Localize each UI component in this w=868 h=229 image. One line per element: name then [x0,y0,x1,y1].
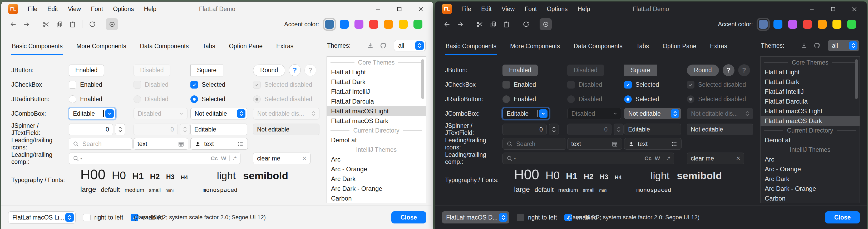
theme-list-item[interactable]: Arc [327,154,426,164]
round-button[interactable]: Round [253,64,285,76]
radio-selected[interactable]: Selected [190,95,225,103]
copy-button[interactable] [487,18,499,30]
checkbox-enabled[interactable]: Enabled [502,81,536,89]
copy-button[interactable] [53,18,65,30]
textfield-editable[interactable]: Editable [624,123,681,135]
accent-swatch[interactable] [340,20,349,29]
tab-tabs[interactable]: Tabs [202,43,216,55]
spinner-field[interactable]: 0 [502,123,547,135]
refresh-button[interactable] [86,18,98,30]
regex-toggle[interactable]: .* [233,155,237,162]
theme-list-item[interactable]: Carbon [761,194,860,203]
theme-list-item[interactable]: Arc Dark [761,174,860,184]
textfield-editable[interactable]: Editable [190,123,247,135]
theme-list-item[interactable]: Arc - Orange [761,164,860,174]
tab-data-components[interactable]: Data Components [573,43,623,55]
enabled-button[interactable]: Enabled [69,64,104,76]
back-button[interactable] [441,18,453,30]
tab-tabs[interactable]: Tabs [636,43,650,55]
radio-enabled[interactable]: Enabled [502,95,536,103]
forward-button[interactable] [20,18,32,30]
laf-combobox[interactable]: FlatLaf macOS D... [442,211,509,224]
themes-filter-combobox[interactable]: all [394,40,426,51]
menu-options[interactable]: Options [547,5,567,13]
whole-word-toggle[interactable]: W [221,155,226,162]
checkbox-disabled[interactable]: Disabled [133,81,168,89]
search-field-with-options[interactable]: ▾ Cc W .* [69,152,241,164]
github-button[interactable] [813,42,821,49]
maximize-button[interactable] [396,6,403,12]
radio-disabled[interactable]: Disabled [133,95,168,103]
close-button[interactable]: Close [825,211,860,224]
whole-word-toggle[interactable]: W [655,155,660,162]
download-button[interactable] [367,42,374,49]
regex-toggle[interactable]: .* [666,155,670,162]
search-field[interactable]: Search [69,138,132,150]
theme-list-item[interactable]: Arc Dark [327,174,426,184]
right-to-left-checkbox[interactable]: right-to-left [83,214,123,221]
help-button[interactable]: ? [723,64,735,76]
checkbox-selected-disabled[interactable]: Selected disabled [253,81,312,89]
tab-option-pane[interactable]: Option Pane [662,43,697,55]
clearable-field[interactable]: clear me × [687,152,744,164]
accent-swatch[interactable] [759,20,768,29]
date-field[interactable]: text [567,138,622,150]
menu-view[interactable]: View [502,5,515,13]
spinner-stepper-disabled[interactable] [180,123,190,135]
spinner-stepper-disabled[interactable] [614,123,624,135]
accent-swatch[interactable] [369,20,378,29]
tab-more-components[interactable]: More Components [509,43,560,55]
combobox-editable[interactable]: Editable [69,108,116,119]
accent-swatch[interactable] [773,20,782,29]
right-to-left-checkbox[interactable]: right-to-left [517,214,557,221]
enabled-button[interactable]: Enabled [502,64,538,76]
menu-view[interactable]: View [68,5,81,13]
checkbox-selected[interactable]: Selected [190,81,225,89]
date-field[interactable]: text [133,138,188,150]
square-button[interactable]: Square [624,64,657,76]
radio-disabled[interactable]: Disabled [567,95,602,103]
accent-swatch[interactable] [832,20,841,29]
tab-extras[interactable]: Extras [710,43,727,55]
menu-edit[interactable]: Edit [481,5,492,13]
paste-button[interactable] [66,18,79,30]
theme-list-item[interactable]: Arc Dark - Orange [761,184,860,194]
menu-font[interactable]: Font [525,5,537,13]
accent-swatch[interactable] [413,20,423,29]
menu-file[interactable]: File [28,5,37,13]
radio-selected[interactable]: Selected [624,95,659,103]
theme-list-item[interactable]: FlatLaf Dark [327,77,426,87]
menu-help[interactable]: Help [578,5,590,13]
radio-enabled[interactable]: Enabled [69,95,102,103]
theme-list-item[interactable]: FlatLaf Light [761,67,860,77]
forward-button[interactable] [454,18,466,30]
theme-list-item[interactable]: FlatLaf Darcula [761,96,860,106]
help-button[interactable]: ? [289,64,301,76]
match-case-toggle[interactable]: Cc [211,155,218,162]
show-hints-button[interactable] [539,18,552,30]
combobox-editable[interactable]: Editable [502,108,549,119]
checkbox-selected[interactable]: Selected [624,81,659,89]
theme-list-item[interactable]: FlatLaf IntelliJ [327,87,426,96]
maximize-button[interactable] [830,6,836,12]
menu-edit[interactable]: Edit [48,5,58,13]
spinner-field[interactable]: 0 [69,123,113,135]
radio-selected-disabled[interactable]: Selected disabled [687,95,746,103]
theme-list-item[interactable]: FlatLaf Light [327,67,426,77]
tab-option-pane[interactable]: Option Pane [228,43,263,55]
theme-list-item[interactable]: Arc [761,154,860,164]
tab-more-components[interactable]: More Components [76,43,127,55]
combobox-not-editable[interactable]: Not editable [624,108,681,119]
menu-font[interactable]: Font [91,5,103,13]
theme-list-item[interactable]: DemoLaf [761,135,860,145]
theme-list-item[interactable]: Carbon [327,194,426,203]
help-button-disabled[interactable]: ? [304,64,316,76]
paste-button[interactable] [500,18,512,30]
minimize-button[interactable] [375,6,381,12]
cut-button[interactable] [40,18,52,30]
tab-basic-components[interactable]: Basic Components [445,43,497,55]
accent-swatch[interactable] [384,20,393,29]
clearable-field[interactable]: clear me × [253,152,310,164]
search-field-with-options[interactable]: ▾ Cc W .* [502,152,674,164]
scrollbar-thumb[interactable] [855,59,858,99]
